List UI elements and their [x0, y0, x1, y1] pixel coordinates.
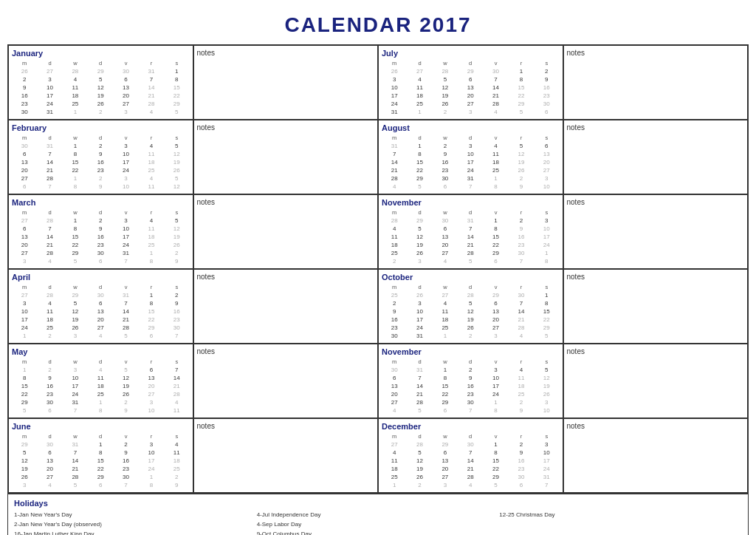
november-title: November [382, 347, 560, 356]
april-title: April [12, 273, 190, 282]
september-title: November [382, 198, 560, 207]
holidays-title: Holidays [14, 499, 742, 508]
month-june: June mdwdvrs 2930311234 567891011 121314… [8, 418, 193, 493]
notes-december: notes [563, 418, 749, 493]
august-title: August [382, 123, 560, 132]
notes-july: notes [563, 45, 749, 120]
july-title: July [382, 49, 560, 58]
month-september: November mdwdvrs 28293031123 45678910 11… [378, 194, 563, 269]
holiday-item: 9-Oct Columbus Day [257, 530, 500, 535]
month-july: July mdwdvrs 262728293012 3456789 101112… [378, 45, 563, 120]
december-title: December [382, 422, 560, 431]
month-january: January mdwdvrs 2627282930311 2345678 91… [8, 45, 193, 120]
holiday-item: 16-Jan Martin Luther King Day [14, 530, 257, 535]
notes-june: notes [193, 418, 379, 493]
month-march: March mdwdvrs 272812345 6789101112 13141… [8, 194, 193, 269]
notes-february: notes [193, 120, 379, 194]
february-title: February [12, 123, 190, 132]
notes-november: notes [563, 344, 749, 418]
holidays-col-1: 1-Jan New Year's Day 2-Jan New Year's Da… [14, 511, 257, 535]
month-november: November mdwdvrs 303112345 6789101112 13… [378, 344, 563, 418]
holiday-item: 2-Jan New Year's Day (observed) [14, 520, 257, 530]
march-title: March [12, 198, 190, 207]
notes-may: notes [193, 344, 379, 418]
may-title: May [12, 347, 190, 356]
holidays-col-2: 4-Jul Independence Day 4-Sep Labor Day 9… [257, 511, 500, 535]
notes-september: notes [563, 194, 749, 269]
notes-august: notes [563, 120, 749, 194]
october-title: October [382, 273, 560, 282]
holiday-item: 1-Jan New Year's Day [14, 511, 257, 520]
month-may: May mdwdvrs 1234567 891011121314 1516171… [8, 344, 193, 418]
holidays-grid: 1-Jan New Year's Day 2-Jan New Year's Da… [14, 511, 742, 535]
holiday-item: 12-25 Christmas Day [499, 511, 742, 520]
holidays-section: Holidays 1-Jan New Year's Day 2-Jan New … [7, 494, 749, 535]
holiday-item: 4-Jul Independence Day [257, 511, 500, 520]
notes-january: notes [193, 45, 379, 120]
month-february: February mdwdvrs 303112345 6789101112 13… [8, 120, 193, 194]
june-title: June [12, 422, 190, 431]
holidays-col-3: 12-25 Christmas Day [499, 511, 742, 535]
month-august: August mdwdvrs 31123456 78910111213 1415… [378, 120, 563, 194]
month-december: December mdwdvrs 27282930123 45678910 11… [378, 418, 563, 493]
notes-march: notes [193, 194, 379, 269]
month-october: October mdwdvrs 2526272829301 2345678 91… [378, 269, 563, 344]
month-april: April mdwdvrs 272829303112 3456789 10111… [8, 269, 193, 344]
calendar-grid: January mdwdvrs 2627282930311 2345678 91… [7, 44, 749, 494]
notes-april: notes [193, 269, 379, 344]
holiday-item: 4-Sep Labor Day [257, 520, 500, 530]
january-title: January [12, 49, 190, 58]
page-title: CALENDAR 2017 [7, 13, 749, 37]
notes-october: notes [563, 269, 749, 344]
